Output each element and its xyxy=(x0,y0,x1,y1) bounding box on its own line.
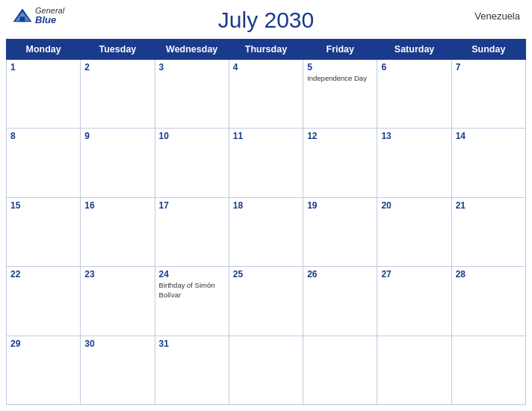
day-cell: 10 xyxy=(155,129,229,197)
day-cell: 22 xyxy=(7,267,81,336)
day-cell xyxy=(377,336,451,404)
day-number: 20 xyxy=(381,200,447,211)
day-cell: 16 xyxy=(81,197,155,266)
day-cell xyxy=(229,336,303,404)
day-cell: 6 xyxy=(377,60,451,129)
day-number: 25 xyxy=(233,269,299,279)
calendar-table: MondayTuesdayWednesdayThursdayFridaySatu… xyxy=(6,39,526,405)
holiday-text: Independence Day xyxy=(307,74,373,83)
day-number: 1 xyxy=(10,62,76,72)
day-cell: 2 xyxy=(81,60,155,129)
weekday-header-saturday: Saturday xyxy=(377,40,451,60)
week-row-4: 222324Birthday of Simón Bolívar25262728 xyxy=(7,267,526,336)
calendar-wrapper: General Blue July 2030 Venezuela MondayT… xyxy=(0,0,532,411)
day-cell: 7 xyxy=(451,60,525,129)
day-number: 2 xyxy=(84,62,150,72)
day-cell: 14 xyxy=(451,129,525,197)
day-cell: 1 xyxy=(7,60,81,129)
day-cell: 11 xyxy=(229,129,303,197)
day-number: 14 xyxy=(456,131,522,141)
weekday-header-tuesday: Tuesday xyxy=(81,40,155,60)
weekday-header-sunday: Sunday xyxy=(451,40,525,60)
holiday-text: Birthday of Simón Bolívar xyxy=(159,281,225,300)
day-cell: 31 xyxy=(155,336,229,404)
day-number: 18 xyxy=(233,200,299,211)
day-number: 6 xyxy=(381,62,447,72)
day-cell xyxy=(451,336,525,404)
day-cell: 8 xyxy=(7,129,81,197)
day-number: 15 xyxy=(10,200,76,211)
day-number: 3 xyxy=(159,62,225,72)
day-number: 16 xyxy=(84,200,150,211)
day-cell: 4 xyxy=(229,60,303,129)
weekday-header-monday: Monday xyxy=(7,40,81,60)
day-number: 23 xyxy=(84,269,150,279)
weekday-header-row: MondayTuesdayWednesdayThursdayFridaySatu… xyxy=(7,40,526,60)
svg-rect-2 xyxy=(20,17,25,22)
logo-container: General Blue xyxy=(12,6,64,25)
day-cell: 24Birthday of Simón Bolívar xyxy=(155,267,229,336)
day-cell: 12 xyxy=(303,129,377,197)
day-number: 13 xyxy=(381,131,447,141)
day-cell: 26 xyxy=(303,267,377,336)
day-cell: 17 xyxy=(155,197,229,266)
day-number: 27 xyxy=(381,269,447,279)
day-cell: 13 xyxy=(377,129,451,197)
day-cell: 21 xyxy=(451,197,525,266)
day-cell: 5Independence Day xyxy=(303,60,377,129)
day-number: 22 xyxy=(10,269,76,279)
day-cell xyxy=(303,336,377,404)
day-number: 9 xyxy=(84,131,150,141)
day-number: 28 xyxy=(456,269,522,279)
month-title: July 2030 xyxy=(218,7,314,33)
day-number: 7 xyxy=(456,62,522,72)
day-cell: 27 xyxy=(377,267,451,336)
day-cell: 30 xyxy=(81,336,155,404)
day-number: 30 xyxy=(84,339,150,349)
day-cell: 23 xyxy=(81,267,155,336)
day-cell: 15 xyxy=(7,197,81,266)
day-number: 4 xyxy=(233,62,299,72)
day-cell: 18 xyxy=(229,197,303,266)
week-row-5: 293031 xyxy=(7,336,526,404)
week-row-2: 891011121314 xyxy=(7,129,526,197)
weekday-header-friday: Friday xyxy=(303,40,377,60)
day-cell: 25 xyxy=(229,267,303,336)
logo-area: General Blue xyxy=(12,6,64,25)
day-number: 17 xyxy=(159,200,225,211)
day-cell: 9 xyxy=(81,129,155,197)
day-number: 19 xyxy=(307,200,373,211)
weekday-header-wednesday: Wednesday xyxy=(155,40,229,60)
day-cell: 3 xyxy=(155,60,229,129)
day-number: 29 xyxy=(10,339,76,349)
week-row-3: 15161718192021 xyxy=(7,197,526,266)
day-number: 21 xyxy=(456,200,522,211)
day-number: 5 xyxy=(307,62,373,72)
day-number: 31 xyxy=(159,339,225,349)
weekday-header-thursday: Thursday xyxy=(229,40,303,60)
week-row-1: 12345Independence Day67 xyxy=(7,60,526,129)
calendar-header: General Blue July 2030 Venezuela xyxy=(0,0,532,36)
day-number: 24 xyxy=(159,269,225,279)
day-number: 26 xyxy=(307,269,373,279)
day-number: 8 xyxy=(10,131,76,141)
day-number: 12 xyxy=(307,131,373,141)
day-cell: 19 xyxy=(303,197,377,266)
country-label: Venezuela xyxy=(474,10,520,22)
day-number: 10 xyxy=(159,131,225,141)
logo-blue-text: Blue xyxy=(35,15,64,25)
day-cell: 28 xyxy=(451,267,525,336)
general-blue-icon xyxy=(12,7,33,24)
day-number: 11 xyxy=(233,131,299,141)
day-cell: 20 xyxy=(377,197,451,266)
day-cell: 29 xyxy=(7,336,81,404)
